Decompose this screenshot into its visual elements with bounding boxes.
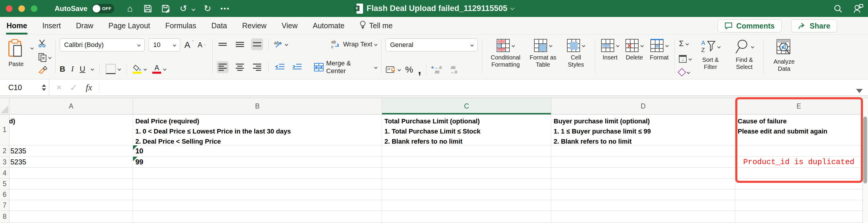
underline-button[interactable]: U [80, 64, 85, 74]
select-all-button[interactable] [0, 98, 9, 114]
minimize-window-button[interactable] [19, 5, 25, 12]
comments-button[interactable]: Comments [717, 19, 781, 32]
sort-filter-chevron-icon[interactable] [717, 45, 721, 48]
fill-chevron-icon[interactable] [689, 57, 692, 60]
paste-chevron-icon[interactable] [30, 46, 34, 49]
font-color-button[interactable]: A [152, 64, 166, 74]
cell-styles-button[interactable]: Cell Styles [561, 38, 591, 69]
column-header-c[interactable]: C [382, 98, 551, 114]
cell-c3[interactable] [382, 157, 551, 168]
delete-cells-button[interactable]: × Delete [624, 38, 645, 61]
wrap-text-chevron-icon[interactable] [374, 43, 377, 46]
row-header-5[interactable]: 5 [0, 179, 9, 189]
cell-c1[interactable]: Total Purchase Limit (optional) 1. Total… [382, 114, 551, 145]
cell-c2[interactable] [382, 145, 551, 157]
increase-decimal-button[interactable]: .00→.0 [448, 65, 460, 74]
redo-icon[interactable]: ↻ [203, 4, 213, 14]
search-icon[interactable] [833, 4, 843, 14]
cell-b6[interactable] [133, 189, 382, 200]
tab-page-layout[interactable]: Page Layout [108, 19, 151, 32]
row-header-2[interactable]: 2 [0, 145, 9, 157]
merge-center-chevron-icon[interactable] [374, 65, 377, 69]
borders-button[interactable] [106, 64, 121, 74]
cell-styles-chevron-icon[interactable] [582, 44, 585, 47]
cell-c7[interactable] [382, 200, 551, 211]
increase-font-size-button[interactable]: Aˆ [184, 40, 193, 50]
vertical-scrollbar-thumb[interactable] [863, 116, 867, 184]
close-window-button[interactable] [6, 5, 12, 12]
underline-chevron-icon[interactable] [91, 67, 94, 71]
format-as-table-button[interactable]: Format as Table [527, 38, 559, 69]
save-as-icon[interactable] [161, 4, 171, 14]
find-select-chevron-icon[interactable] [751, 45, 754, 48]
cell-e7[interactable] [735, 200, 863, 211]
cell-e4[interactable] [735, 168, 863, 179]
decrease-decimal-button[interactable]: ←.0.00 [431, 65, 443, 74]
undo-chevron-icon[interactable] [191, 7, 195, 11]
fill-button[interactable]: ↓ [679, 55, 691, 63]
cell-d2[interactable] [551, 145, 735, 157]
analyze-data-button[interactable]: Analyze Data [768, 38, 800, 73]
tab-insert[interactable]: Insert [41, 19, 61, 32]
accounting-chevron-icon[interactable] [398, 68, 401, 71]
accounting-format-button[interactable]: (¥ [385, 65, 400, 74]
format-cells-button[interactable]: Format [648, 38, 670, 61]
merge-center-button[interactable]: Merge & Center [314, 59, 377, 75]
font-color-chevron-icon[interactable] [163, 67, 166, 71]
italic-button[interactable]: I [71, 64, 74, 74]
cell-c4[interactable] [382, 168, 551, 179]
cell-e5[interactable] [735, 179, 863, 189]
cell-b7[interactable] [133, 200, 382, 211]
decrease-font-size-button[interactable]: Aˇ [198, 41, 206, 49]
autosave-toggle[interactable]: OFF [92, 4, 114, 13]
cell-e6[interactable] [735, 189, 863, 200]
column-header-a[interactable]: A [9, 98, 133, 114]
enter-icon[interactable]: ✓ [70, 82, 78, 93]
cell-b5[interactable] [133, 179, 382, 189]
share-button[interactable]: Share [791, 19, 837, 32]
orientation-chevron-icon[interactable] [285, 43, 288, 46]
row-header-6[interactable]: 6 [0, 189, 9, 200]
cell-d1[interactable]: Buyer purchase limit (optional) 1. 1 ≤ B… [551, 114, 735, 145]
cell-d8[interactable] [551, 211, 735, 223]
align-middle-button[interactable] [234, 38, 246, 50]
align-right-button[interactable] [251, 61, 263, 73]
paste-button[interactable]: Paste [6, 38, 26, 68]
tell-me-button[interactable]: Tell me [359, 21, 393, 31]
tab-data[interactable]: Data [211, 19, 228, 32]
cell-a1[interactable]: ed) [9, 114, 133, 145]
cell-b2[interactable]: 10 [133, 145, 382, 157]
clear-chevron-icon[interactable] [687, 71, 690, 74]
conditional-formatting-button[interactable]: Conditional Formatting [486, 38, 525, 69]
cell-b8[interactable] [133, 211, 382, 223]
orientation-button[interactable]: ab [274, 40, 288, 49]
cell-c6[interactable] [382, 189, 551, 200]
cell-d6[interactable] [551, 189, 735, 200]
cell-d7[interactable] [551, 200, 735, 211]
tab-review[interactable]: Review [242, 19, 267, 32]
document-title[interactable]: Flash Deal Upload failed_1129115505 [367, 4, 507, 13]
find-select-button[interactable]: Find & Select [730, 38, 759, 71]
cell-a4[interactable] [9, 168, 133, 179]
tab-automate[interactable]: Automate [312, 19, 345, 32]
row-header-8[interactable]: 8 [0, 211, 9, 223]
format-painter-button[interactable] [38, 66, 51, 76]
name-box-spinner[interactable] [42, 84, 46, 91]
row-header-7[interactable]: 7 [0, 200, 9, 211]
column-header-b[interactable]: B [133, 98, 382, 114]
row-header-1[interactable]: 1 [0, 114, 9, 145]
more-commands-icon[interactable]: ••• [220, 4, 230, 14]
sort-filter-button[interactable]: AZ Sort & Filter [695, 38, 725, 71]
cell-d4[interactable] [551, 168, 735, 179]
insert-function-icon[interactable]: fx [86, 82, 92, 92]
name-box[interactable]: C10 [0, 79, 49, 95]
cell-b4[interactable] [133, 168, 382, 179]
cell-c5[interactable] [382, 179, 551, 189]
cell-e3[interactable]: Product_id is duplicated [735, 157, 863, 168]
delete-chevron-icon[interactable] [640, 44, 644, 47]
insert-cells-button[interactable]: Insert [599, 38, 621, 61]
title-chevron-down-icon[interactable] [510, 6, 515, 10]
insert-chevron-icon[interactable] [616, 44, 619, 47]
cell-a6[interactable] [9, 189, 133, 200]
row-header-4[interactable]: 4 [0, 168, 9, 179]
